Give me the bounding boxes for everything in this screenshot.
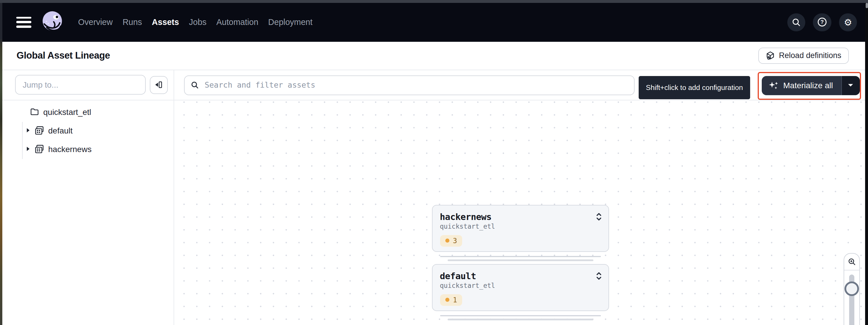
lineage-main: quickstart_etl default xyxy=(2,100,865,325)
menu-bar xyxy=(16,17,31,19)
expand-group-icon[interactable] xyxy=(596,271,602,283)
collapse-sidebar-button[interactable] xyxy=(150,76,167,94)
search-icon xyxy=(792,18,801,27)
zoom-control-panel xyxy=(843,253,860,325)
menu-bar xyxy=(16,26,31,28)
desktop-edge-artifact xyxy=(0,3,2,325)
svg-text:⚙: ⚙ xyxy=(844,17,852,27)
nav-actions: ? ⚙ xyxy=(787,13,857,31)
top-navbar: Overview Runs Assets Jobs Automation Dep… xyxy=(2,3,868,41)
reload-definitions-button[interactable]: Reload definitions xyxy=(758,47,849,64)
nav-assets[interactable]: Assets xyxy=(152,18,179,27)
materialize-tooltip: Shift+click to add configuration xyxy=(639,76,750,99)
tree-item-quickstart-etl[interactable]: quickstart_etl xyxy=(30,104,91,119)
annotation-highlight-box: Materialize all xyxy=(758,72,861,100)
tree-item-label: quickstart_etl xyxy=(43,107,91,117)
tree-guide-line xyxy=(22,122,23,159)
lineage-canvas[interactable]: hackernews quickstart_etl 3 default quic… xyxy=(174,100,865,325)
menu-bar xyxy=(16,21,31,23)
collapsed-stack-line xyxy=(447,259,593,261)
window-top-edge xyxy=(0,0,868,3)
materialized-count-badge: 3 xyxy=(440,235,462,247)
group-node-title: default xyxy=(440,271,601,281)
sidebar-toolbar xyxy=(2,70,174,100)
status-dot xyxy=(445,238,450,243)
materialize-split-button: Materialize all xyxy=(762,76,860,95)
zoom-in-icon xyxy=(847,257,856,266)
caret-right-icon xyxy=(26,128,30,133)
asset-group-icon xyxy=(35,144,43,154)
nav-overview[interactable]: Overview xyxy=(78,18,113,27)
caret-right-icon xyxy=(26,146,30,152)
svg-text:?: ? xyxy=(820,20,824,25)
nav-jobs[interactable]: Jobs xyxy=(189,18,207,27)
materialized-count-badge: 1 xyxy=(440,294,462,305)
collapsed-stack-line xyxy=(440,315,601,316)
group-node-hackernews[interactable]: hackernews quickstart_etl 3 xyxy=(432,205,609,252)
folder-icon xyxy=(30,108,39,116)
tree-item-label: hackernews xyxy=(48,144,91,154)
asset-tree-sidebar: quickstart_etl default xyxy=(2,100,174,325)
nav-runs[interactable]: Runs xyxy=(123,18,142,27)
materialize-dropdown-button[interactable] xyxy=(841,76,860,95)
materialize-all-label: Materialize all xyxy=(783,81,833,90)
scrollbar-thumb[interactable] xyxy=(865,3,868,8)
group-node-subtitle: quickstart_etl xyxy=(440,282,601,290)
menu-button[interactable] xyxy=(16,17,31,28)
reload-cube-icon xyxy=(766,51,775,60)
dagster-logo-icon[interactable] xyxy=(41,11,64,34)
page-title: Global Asset Lineage xyxy=(17,50,110,61)
asset-search-box[interactable] xyxy=(184,75,634,95)
help-button[interactable]: ? xyxy=(813,13,831,31)
materialize-all-button[interactable]: Materialize all xyxy=(762,76,841,95)
tree-item-hackernews[interactable]: hackernews xyxy=(26,141,91,156)
gear-icon: ⚙ xyxy=(842,17,854,28)
search-icon xyxy=(190,81,199,89)
window-scrollbar[interactable] xyxy=(865,3,868,325)
expand-group-icon[interactable] xyxy=(596,212,602,224)
status-dot xyxy=(445,298,450,302)
group-node-default[interactable]: default quickstart_etl 1 xyxy=(432,264,609,311)
help-icon: ? xyxy=(817,17,827,28)
caret-down-icon xyxy=(848,84,854,87)
collapse-panel-icon xyxy=(154,80,163,90)
materialized-count: 3 xyxy=(453,236,457,245)
dagster-app: Overview Runs Assets Jobs Automation Dep… xyxy=(0,0,868,325)
nav-automation[interactable]: Automation xyxy=(216,18,258,27)
search-button[interactable] xyxy=(787,13,805,31)
jump-to-input[interactable] xyxy=(15,75,146,95)
tree-item-default[interactable]: default xyxy=(26,123,72,138)
zoom-slider-handle[interactable] xyxy=(844,282,859,296)
asset-group-icon xyxy=(35,126,43,135)
nav-deployment[interactable]: Deployment xyxy=(268,18,313,27)
group-node-title: hackernews xyxy=(440,212,601,222)
materialized-count: 1 xyxy=(453,296,457,304)
settings-button[interactable]: ⚙ xyxy=(839,13,857,31)
group-node-subtitle: quickstart_etl xyxy=(440,223,601,230)
asset-search-input[interactable] xyxy=(204,80,628,90)
graph-toolbar: Shift+click to add configuration Materia… xyxy=(174,70,865,100)
lineage-toolbar: Shift+click to add configuration Materia… xyxy=(2,70,865,100)
primary-nav: Overview Runs Assets Jobs Automation Dep… xyxy=(78,18,312,27)
reload-definitions-label: Reload definitions xyxy=(779,52,841,60)
tree-item-label: default xyxy=(48,126,72,135)
collapsed-stack-line xyxy=(440,256,601,257)
collapsed-stack-line xyxy=(447,319,593,320)
page-header: Global Asset Lineage Reload definitions xyxy=(2,41,865,70)
sparkle-icon xyxy=(769,81,779,91)
zoom-in-button[interactable] xyxy=(844,254,859,270)
